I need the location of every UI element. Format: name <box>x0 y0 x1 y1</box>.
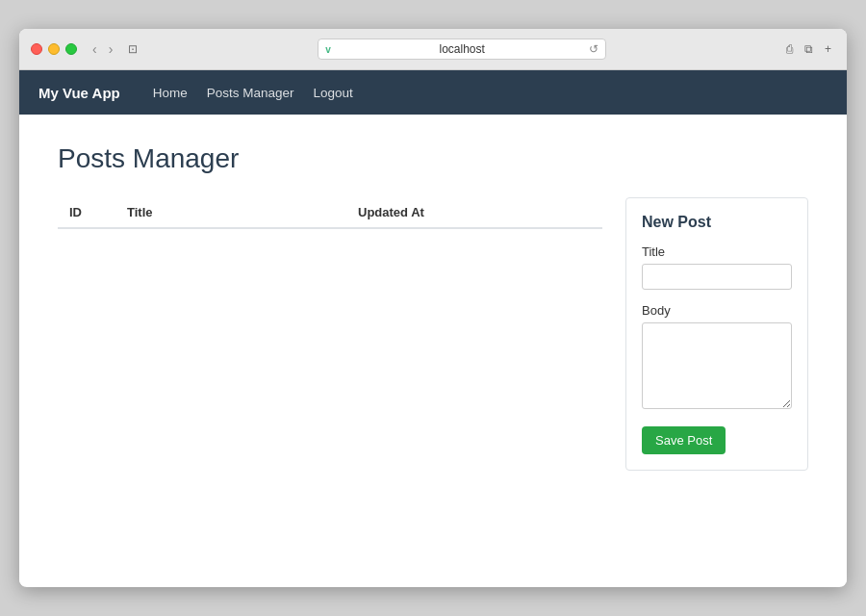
forward-button[interactable]: › <box>105 39 117 59</box>
browser-chrome: ‹ › ⊡ v ↺ ⎙ ⧉ + <box>19 29 847 70</box>
app-content: Posts Manager ID Title Updated At <box>19 115 847 586</box>
content-layout: ID Title Updated At New Post Title <box>58 197 808 471</box>
app-navbar: My Vue App Home Posts Manager Logout <box>19 70 847 115</box>
title-form-group: Title <box>642 244 792 290</box>
nav-link-logout[interactable]: Logout <box>304 82 363 104</box>
bookmark-button[interactable]: ⧉ <box>801 40 817 58</box>
browser-window: ‹ › ⊡ v ↺ ⎙ ⧉ + My Vue App Home Posts Ma… <box>19 29 847 587</box>
panel-title: New Post <box>642 214 792 231</box>
close-button[interactable] <box>31 43 42 55</box>
favicon-icon: v <box>325 44 331 55</box>
table-header: ID Title Updated At <box>58 197 602 228</box>
address-input[interactable] <box>318 38 606 60</box>
col-title: Title <box>115 197 346 228</box>
page-title: Posts Manager <box>58 143 808 174</box>
new-tab-button[interactable]: + <box>821 40 835 58</box>
col-id: ID <box>58 197 115 228</box>
body-form-group: Body <box>642 303 792 413</box>
posts-table-section: ID Title Updated At <box>58 197 602 229</box>
maximize-button[interactable] <box>65 43 77 55</box>
minimize-button[interactable] <box>48 43 60 55</box>
body-textarea[interactable] <box>642 322 792 409</box>
app-brand: My Vue App <box>38 85 120 101</box>
nav-link-posts-manager[interactable]: Posts Manager <box>197 82 304 104</box>
new-post-panel: New Post Title Body Save Post <box>625 197 808 471</box>
back-button[interactable]: ‹ <box>89 39 101 59</box>
traffic-lights <box>31 43 77 55</box>
browser-nav-buttons: ‹ › <box>89 39 116 59</box>
browser-actions: ⎙ ⧉ + <box>782 40 835 58</box>
posts-table: ID Title Updated At <box>58 197 602 229</box>
window-icon-button[interactable]: ⊡ <box>124 40 141 58</box>
browser-address-bar: v ↺ <box>149 38 775 60</box>
body-label: Body <box>642 303 792 318</box>
title-label: Title <box>642 244 792 259</box>
refresh-button[interactable]: ↺ <box>589 42 599 56</box>
title-input[interactable] <box>642 264 792 290</box>
col-updated-at: Updated At <box>346 197 602 228</box>
share-button[interactable]: ⎙ <box>782 40 797 58</box>
nav-links: Home Posts Manager Logout <box>143 82 363 104</box>
nav-link-home[interactable]: Home <box>143 82 197 104</box>
save-post-button[interactable]: Save Post <box>642 426 726 454</box>
